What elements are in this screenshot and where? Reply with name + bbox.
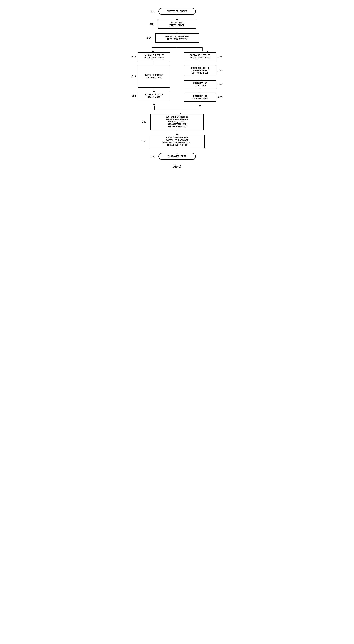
node-216-wrap: 216 HARDWARE LIST IS BUILT FROM ORDER (132, 52, 176, 61)
ref-210: 210 (151, 10, 155, 13)
arrow-228-merge (200, 102, 200, 106)
diagram-container: 210 CUSTOMER ORDER 212 SALES REP TAKES O… (128, 3, 226, 178)
arrow-232-234 (177, 148, 177, 153)
node-220-label: SYSTEM GOES TO READY AREA (145, 94, 163, 98)
arrow-218-220 (154, 88, 154, 92)
ref-228: 228 (218, 96, 222, 99)
node-224-wrap: CUSTOMER CD IS BURNED FROM SOFTWARE LIST… (178, 65, 222, 76)
svg-marker-3 (152, 51, 154, 52)
merge-230-svg (132, 106, 222, 114)
node-214: ORDER TRANSFERRED INTO MFG SYSTEM (155, 34, 199, 42)
ref-212: 212 (150, 23, 154, 26)
split-row: 216 HARDWARE LIST IS BUILT FROM ORDER 21… (132, 52, 222, 106)
arrow-220-merge (154, 100, 154, 104)
node-220: SYSTEM GOES TO READY AREA (138, 92, 170, 100)
node-220-wrap: 220 SYSTEM GOES TO READY AREA (132, 92, 176, 100)
ref-224: 224 (218, 69, 222, 72)
node-214-wrap: 214 ORDER TRANSFERRED INTO MFG SYSTEM (152, 34, 202, 42)
node-228-wrap: CUSTOMER CD IS RETRIEVED 228 (178, 93, 222, 102)
node-232-wrap: 232 CD IS REMOVED AND SYSTEM IS PACKAGED… (146, 135, 208, 148)
merge-to-230 (132, 106, 222, 114)
node-222-label: SOFTWARE LIST IS BUILT FROM ORDER (190, 54, 210, 59)
ref-218: 218 (132, 75, 136, 78)
node-210: CUSTOMER ORDER (158, 8, 196, 15)
node-232-label: CD IS REMOVED AND SYSTEM IS PACKAGED WIT… (162, 137, 192, 146)
ref-216: 216 (132, 55, 136, 58)
node-230: CUSTOMER SYSTEM IS BOOTED AND LOADED FRO… (150, 114, 204, 130)
node-216: HARDWARE LIST IS BUILT FROM ORDER (138, 52, 170, 61)
arrow-226-228 (200, 89, 200, 93)
ref-222: 222 (218, 55, 222, 58)
node-216-label: HARDWARE LIST IS BUILT FROM ORDER (144, 54, 164, 59)
node-230-label: CUSTOMER SYSTEM IS BOOTED AND LOADED FRO… (166, 116, 188, 128)
node-234: CUSTOMER SHIP (158, 153, 196, 160)
arrow-230-232 (177, 130, 177, 135)
arrow-216-218 (154, 61, 154, 65)
node-226: CUSTOMER CD IS STORED (184, 80, 216, 89)
ref-234: 234 (151, 155, 155, 158)
node-210-label: CUSTOMER ORDER (167, 10, 187, 13)
arrow-212-214 (177, 28, 177, 34)
ref-220: 220 (132, 95, 136, 97)
flowchart: 210 CUSTOMER ORDER 212 SALES REP TAKES O… (132, 8, 222, 168)
node-214-label: ORDER TRANSFERRED INTO MFG SYSTEM (166, 36, 188, 40)
fig-title: Fig. 2 (173, 164, 181, 168)
branch-214 (132, 42, 222, 52)
ref-230: 230 (142, 120, 146, 123)
node-232: CD IS REMOVED AND SYSTEM IS PACKAGED WIT… (150, 135, 204, 148)
node-212-wrap: 212 SALES REP TAKES ORDER (154, 20, 200, 28)
col-left: 216 HARDWARE LIST IS BUILT FROM ORDER 21… (132, 52, 176, 104)
node-212: SALES REP TAKES ORDER (158, 20, 196, 28)
fig-label: Fig. 2 (173, 164, 181, 168)
ref-226: 226 (218, 83, 222, 86)
node-230-wrap: 230 CUSTOMER SYSTEM IS BOOTED AND LOADED… (147, 114, 207, 130)
node-234-wrap: 234 CUSTOMER SHIP (156, 153, 198, 160)
node-234-label: CUSTOMER SHIP (168, 155, 186, 158)
ref-214: 214 (147, 37, 151, 39)
node-218: SYSTEM IS BUILT ON MFG LINE (138, 65, 170, 88)
node-228-label: CUSTOMER CD IS RETRIEVED (192, 95, 208, 100)
svg-marker-5 (206, 51, 208, 52)
node-226-label: CUSTOMER CD IS STORED (193, 82, 207, 87)
node-224-label: CUSTOMER CD IS BURNED FROM SOFTWARE LIST (191, 67, 209, 74)
node-222: SOFTWARE LIST IS BUILT FROM ORDER (184, 52, 216, 61)
node-226-wrap: CUSTOMER CD IS STORED 226 (178, 80, 222, 89)
arrow-224-226 (200, 76, 200, 80)
node-218-label: SYSTEM IS BUILT ON MFG LINE (144, 74, 163, 79)
node-222-wrap: SOFTWARE LIST IS BUILT FROM ORDER 222 (178, 52, 222, 61)
node-224: CUSTOMER CD IS BURNED FROM SOFTWARE LIST (184, 65, 216, 76)
arrow-210-212 (177, 15, 177, 20)
branch-214-svg (132, 42, 222, 52)
node-210-wrap: 210 CUSTOMER ORDER (156, 8, 198, 15)
node-218-wrap: 218 SYSTEM IS BUILT ON MFG LINE (132, 65, 176, 88)
node-228: CUSTOMER CD IS RETRIEVED (184, 93, 216, 102)
node-212-label: SALES REP TAKES ORDER (170, 22, 184, 27)
col-right: SOFTWARE LIST IS BUILT FROM ORDER 222 CU… (178, 52, 222, 106)
ref-232: 232 (142, 140, 146, 143)
arrow-222-224 (200, 61, 200, 65)
